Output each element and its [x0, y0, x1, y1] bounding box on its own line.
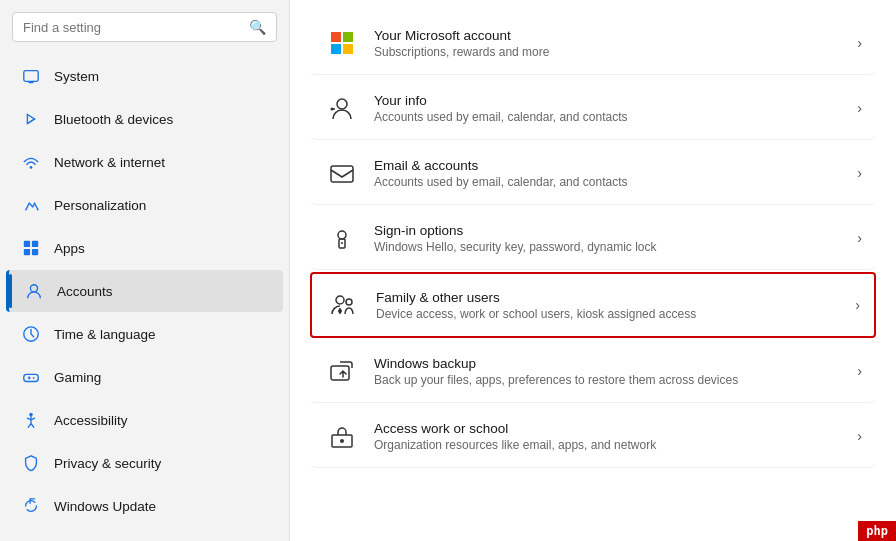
email-chevron: › — [857, 165, 862, 181]
sidebar-item-time[interactable]: Time & language — [6, 313, 283, 355]
backup-chevron: › — [857, 363, 862, 379]
svg-rect-14 — [331, 44, 341, 54]
privacy-icon — [20, 452, 42, 474]
sidebar-item-apps[interactable]: Apps — [6, 227, 283, 269]
svg-point-2 — [30, 166, 33, 169]
ms-account-text: Your Microsoft account Subscriptions, re… — [374, 28, 847, 59]
svg-point-29 — [340, 439, 344, 443]
sidebar-item-label: Apps — [54, 241, 85, 256]
network-icon — [20, 151, 42, 173]
svg-point-16 — [337, 99, 347, 109]
family-text: Family & other users Device access, work… — [376, 290, 845, 321]
settings-item-family[interactable]: Family & other users Device access, work… — [310, 272, 876, 338]
sidebar-item-accounts[interactable]: Accounts — [6, 270, 283, 312]
backup-text: Windows backup Back up your files, apps,… — [374, 356, 847, 387]
family-icon — [326, 287, 362, 323]
sidebar-item-label: Gaming — [54, 370, 101, 385]
sidebar-item-label: Accounts — [57, 284, 113, 299]
sidebar-item-update[interactable]: Windows Update — [6, 485, 283, 527]
bluetooth-icon — [20, 108, 42, 130]
your-info-chevron: › — [857, 100, 862, 116]
svg-rect-15 — [343, 44, 353, 54]
search-icon: 🔍 — [249, 19, 266, 35]
backup-icon — [324, 353, 360, 389]
svg-rect-0 — [24, 71, 38, 82]
svg-point-20 — [338, 231, 346, 239]
svg-point-10 — [33, 377, 35, 379]
sidebar-item-label: Network & internet — [54, 155, 165, 170]
your-info-icon — [324, 90, 360, 126]
system-icon — [20, 65, 42, 87]
signin-title: Sign-in options — [374, 223, 847, 238]
email-icon — [324, 155, 360, 191]
search-box[interactable]: 🔍 — [12, 12, 277, 42]
sidebar-item-bluetooth[interactable]: Bluetooth & devices — [6, 98, 283, 140]
sidebar-item-label: Windows Update — [54, 499, 156, 514]
nav-items: System Bluetooth & devices — [0, 50, 289, 541]
backup-desc: Back up your files, apps, preferences to… — [374, 373, 847, 387]
email-title: Email & accounts — [374, 158, 847, 173]
email-desc: Accounts used by email, calendar, and co… — [374, 175, 847, 189]
family-desc: Device access, work or school users, kio… — [376, 307, 845, 321]
search-input[interactable] — [23, 20, 249, 35]
work-text: Access work or school Organization resou… — [374, 421, 847, 452]
svg-point-7 — [30, 285, 37, 292]
svg-point-18 — [331, 108, 334, 111]
svg-rect-12 — [331, 32, 341, 42]
svg-rect-19 — [331, 166, 353, 182]
settings-item-your-info[interactable]: Your info Accounts used by email, calend… — [310, 77, 876, 140]
settings-item-email[interactable]: Email & accounts Accounts used by email,… — [310, 142, 876, 205]
signin-desc: Windows Hello, security key, password, d… — [374, 240, 847, 254]
personalization-icon — [20, 194, 42, 216]
update-icon — [20, 495, 42, 517]
svg-point-23 — [336, 296, 344, 304]
svg-rect-4 — [32, 241, 38, 247]
svg-rect-13 — [343, 32, 353, 42]
sidebar: 🔍 System — [0, 0, 290, 541]
apps-icon — [20, 237, 42, 259]
sidebar-item-accessibility[interactable]: Accessibility — [6, 399, 283, 441]
php-badge: php — [858, 521, 896, 541]
sidebar-item-gaming[interactable]: Gaming — [6, 356, 283, 398]
sidebar-item-network[interactable]: Network & internet — [6, 141, 283, 183]
sidebar-item-system[interactable]: System — [6, 55, 283, 97]
settings-item-work[interactable]: Access work or school Organization resou… — [310, 405, 876, 468]
sidebar-item-privacy[interactable]: Privacy & security — [6, 442, 283, 484]
sidebar-item-label: Bluetooth & devices — [54, 112, 173, 127]
work-chevron: › — [857, 428, 862, 444]
time-icon — [20, 323, 42, 345]
svg-rect-9 — [24, 374, 38, 381]
family-chevron: › — [855, 297, 860, 313]
settings-item-signin[interactable]: Sign-in options Windows Hello, security … — [310, 207, 876, 270]
svg-point-24 — [346, 299, 352, 305]
main-content: Your Microsoft account Subscriptions, re… — [290, 0, 896, 541]
sidebar-item-label: Time & language — [54, 327, 156, 342]
svg-rect-1 — [28, 81, 33, 83]
settings-item-microsoft-account[interactable]: Your Microsoft account Subscriptions, re… — [310, 12, 876, 75]
svg-rect-6 — [32, 249, 38, 255]
gaming-icon — [20, 366, 42, 388]
email-text: Email & accounts Accounts used by email,… — [374, 158, 847, 189]
settings-item-backup[interactable]: Windows backup Back up your files, apps,… — [310, 340, 876, 403]
settings-window: 🔍 System — [0, 0, 896, 541]
sidebar-item-label: Accessibility — [54, 413, 128, 428]
accessibility-icon — [20, 409, 42, 431]
ms-account-chevron: › — [857, 35, 862, 51]
ms-account-desc: Subscriptions, rewards and more — [374, 45, 847, 59]
ms-account-icon — [324, 25, 360, 61]
sidebar-item-label: Privacy & security — [54, 456, 161, 471]
signin-chevron: › — [857, 230, 862, 246]
work-title: Access work or school — [374, 421, 847, 436]
sidebar-item-personalization[interactable]: Personalization — [6, 184, 283, 226]
backup-title: Windows backup — [374, 356, 847, 371]
svg-rect-5 — [24, 249, 30, 255]
work-icon — [324, 418, 360, 454]
your-info-text: Your info Accounts used by email, calend… — [374, 93, 847, 124]
signin-icon — [324, 220, 360, 256]
family-title: Family & other users — [376, 290, 845, 305]
work-desc: Organization resources like email, apps,… — [374, 438, 847, 452]
your-info-title: Your info — [374, 93, 847, 108]
svg-rect-3 — [24, 241, 30, 247]
sidebar-item-label: System — [54, 69, 99, 84]
signin-text: Sign-in options Windows Hello, security … — [374, 223, 847, 254]
